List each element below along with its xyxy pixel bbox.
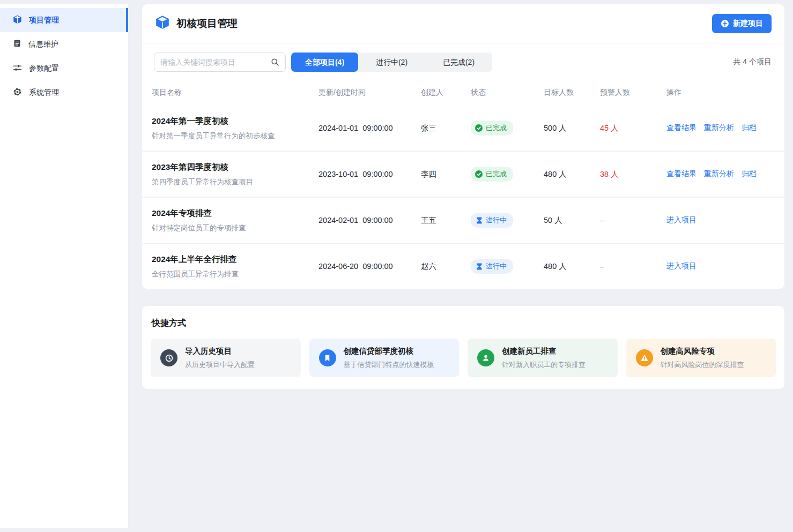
shortcut-desc: 针对高风险岗位的深度排查: [661, 360, 744, 370]
search-box[interactable]: [154, 53, 286, 72]
filter-tabs: 全部项目(4) 进行中(2) 已完成(2): [291, 53, 492, 72]
target-cell: 500 人: [544, 123, 600, 133]
table-row: 2023年第四季度初核 第四季度员工异常行为核查项目 2023-10-01 09…: [142, 152, 784, 197]
sidebar-item-info[interactable]: 信息维护: [0, 32, 128, 56]
shortcut-desc: 基于信贷部门特点的快速模板: [344, 360, 434, 370]
main-content: 初核项目管理 新建项目: [129, 0, 793, 389]
project-name-cell: 2023年第四季度初核 第四季度员工异常行为核查项目: [152, 162, 318, 187]
column-header: 创建人: [421, 88, 471, 98]
shortcut-new-employee[interactable]: 创建新员工排查 针对新入职员工的专项排查: [468, 339, 618, 377]
actions-cell: 查看结果 重新分析 归档: [666, 169, 784, 179]
column-header: 预警人数: [600, 88, 666, 98]
project-name-cell: 2024年第一季度初核 针对第一季度员工异常行为的初步核查: [152, 116, 318, 141]
document-icon: [13, 39, 21, 49]
actions-cell: 查看结果 重新分析 归档: [666, 123, 784, 133]
user-icon: [477, 349, 494, 366]
shortcut-title: 创建信贷部季度初核: [344, 346, 434, 356]
table-body: 2024年第一季度初核 针对第一季度员工异常行为的初步核查 2024-01-01…: [142, 106, 784, 289]
page-header: 初核项目管理 新建项目: [142, 4, 784, 43]
search-icon[interactable]: [271, 58, 279, 66]
status-cell: 进行中: [471, 213, 544, 228]
creator-cell: 李四: [421, 169, 471, 179]
sidebar-item-label: 参数配置: [29, 64, 59, 73]
status-label: 已完成: [486, 169, 507, 179]
tab-in-progress[interactable]: 进行中(2): [358, 53, 425, 72]
check-circle-icon: [475, 170, 483, 178]
project-name-cell: 2024年上半年全行排查 全行范围员工异常行为排查: [152, 254, 318, 279]
shortcut-desc: 针对新入职员工的专项排查: [502, 360, 586, 370]
shortcut-title: 创建高风险专项: [661, 346, 744, 356]
toolbar: 全部项目(4) 进行中(2) 已完成(2) 共 4 个项目: [142, 43, 784, 80]
project-desc: 第四季度员工异常行为核查项目: [152, 177, 318, 187]
hourglass-icon: [476, 217, 483, 224]
column-header: 目标人数: [544, 88, 600, 98]
bookmark-icon: [319, 349, 336, 366]
sidebar: 项目管理 信息维护 参数配置 系统管理: [0, 4, 129, 528]
time-cell: 2024-06-20 09:00:00: [318, 262, 421, 271]
table-header: 项目名称 更新/创建时间 创建人 状态 目标人数 预警人数 操作: [142, 80, 784, 106]
warning-cell: 38 人: [600, 169, 666, 179]
time-cell: 2023-10-01 09:00:00: [318, 170, 421, 178]
status-label: 进行中: [486, 215, 507, 225]
enter-project-link[interactable]: 进入项目: [666, 215, 696, 225]
status-cell: 进行中: [471, 259, 544, 274]
tab-all[interactable]: 全部项目(4): [291, 53, 358, 72]
project-desc: 针对特定岗位员工的专项排查: [152, 223, 318, 233]
project-title: 2023年第四季度初核: [152, 162, 318, 173]
table-row: 2024年上半年全行排查 全行范围员工异常行为排查 2024-06-20 09:…: [142, 244, 784, 289]
table-row: 2024年专项排查 针对特定岗位员工的专项排查 2024-02-01 09:00…: [142, 198, 784, 243]
target-cell: 50 人: [544, 215, 600, 226]
status-badge: 进行中: [471, 259, 513, 274]
shortcut-high-risk[interactable]: 创建高风险专项 针对高风险岗位的深度排查: [626, 339, 776, 377]
gear-icon: [13, 87, 22, 98]
shortcut-import-history[interactable]: 导入历史项目 从历史项目中导入配置: [151, 339, 301, 377]
view-results-link[interactable]: 查看结果: [666, 169, 696, 179]
warning-cell: –: [600, 262, 666, 271]
warning-icon: [636, 349, 653, 366]
sidebar-item-label: 项目管理: [29, 16, 59, 25]
shortcut-title: 导入历史项目: [185, 346, 255, 356]
projects-card: 初核项目管理 新建项目: [142, 4, 784, 289]
status-label: 进行中: [486, 261, 507, 271]
warning-cell: 45 人: [600, 123, 666, 133]
shortcut-desc: 从历史项目中导入配置: [185, 360, 255, 370]
sidebar-item-system[interactable]: 系统管理: [0, 80, 128, 104]
clock-icon: [160, 349, 177, 366]
warning-cell: –: [600, 216, 666, 224]
reanalyze-link[interactable]: 重新分析: [704, 169, 734, 179]
time-cell: 2024-02-01 09:00:00: [318, 216, 421, 224]
archive-link[interactable]: 归档: [742, 169, 757, 179]
plus-icon: [721, 19, 729, 28]
project-count: 共 4 个项目: [733, 57, 772, 67]
status-label: 已完成: [486, 123, 507, 133]
view-results-link[interactable]: 查看结果: [666, 123, 696, 133]
shortcut-credit-quarterly[interactable]: 创建信贷部季度初核 基于信贷部门特点的快速模板: [309, 339, 460, 377]
enter-project-link[interactable]: 进入项目: [666, 261, 696, 271]
table-row: 2024年第一季度初核 针对第一季度员工异常行为的初步核查 2024-01-01…: [142, 106, 784, 151]
status-badge: 已完成: [471, 167, 513, 182]
reanalyze-link[interactable]: 重新分析: [704, 123, 734, 133]
creator-cell: 赵六: [421, 261, 471, 272]
sidebar-item-params[interactable]: 参数配置: [0, 56, 128, 80]
sidebar-item-projects[interactable]: 项目管理: [0, 8, 128, 32]
archive-link[interactable]: 归档: [742, 123, 757, 133]
project-title: 2024年上半年全行排查: [152, 254, 318, 265]
shortcut-cards: 导入历史项目 从历史项目中导入配置 创建信贷部季度初核 基于信贷部门特点的快速模…: [151, 339, 776, 377]
column-header: 操作: [666, 88, 784, 98]
status-cell: 已完成: [471, 167, 544, 182]
project-name-cell: 2024年专项排查 针对特定岗位员工的专项排查: [152, 208, 318, 233]
search-input[interactable]: [160, 58, 271, 66]
target-cell: 480 人: [544, 261, 600, 272]
project-desc: 全行范围员工异常行为排查: [152, 269, 318, 279]
creator-cell: 王五: [421, 215, 471, 226]
new-project-button[interactable]: 新建项目: [712, 14, 772, 33]
target-cell: 480 人: [544, 169, 600, 179]
tab-completed[interactable]: 已完成(2): [425, 53, 492, 72]
hourglass-icon: [476, 263, 483, 270]
sliders-icon: [13, 63, 22, 74]
actions-cell: 进入项目: [666, 261, 784, 271]
column-header: 状态: [471, 88, 544, 98]
actions-cell: 进入项目: [666, 215, 784, 225]
cube-icon: [155, 15, 170, 32]
sidebar-item-label: 信息维护: [28, 40, 58, 49]
